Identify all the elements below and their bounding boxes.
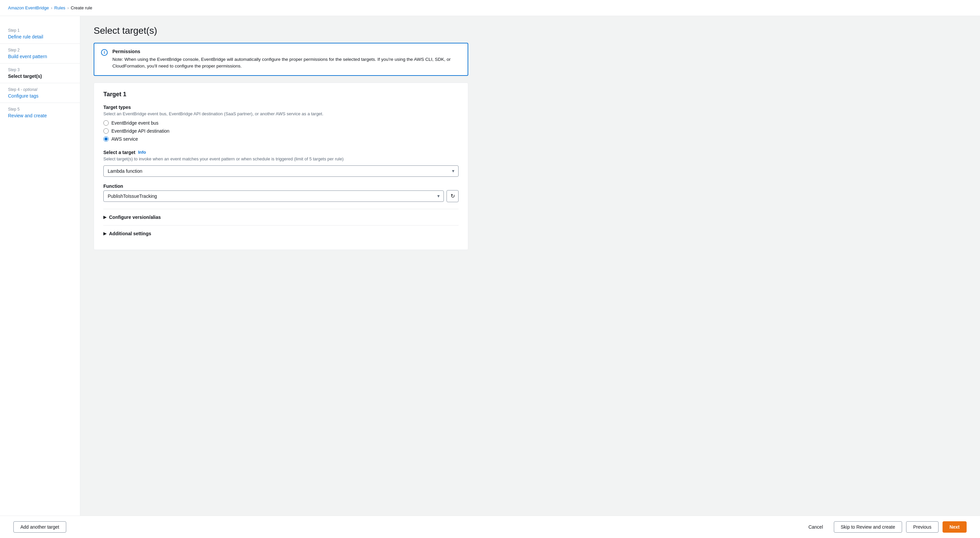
function-row: PublishToIssueTracking MyFunction ▼ ↻ <box>103 190 458 202</box>
next-button[interactable]: Next <box>943 521 967 533</box>
sidebar-step-2: Step 2 Build event pattern <box>0 44 80 63</box>
target-1-title: Target 1 <box>103 91 458 98</box>
breadcrumb-sep-1: › <box>51 6 52 10</box>
radio-eventbridge-bus[interactable]: EventBridge event bus <box>103 120 458 125</box>
select-target-info-link[interactable]: Info <box>138 150 146 155</box>
page-title: Select target(s) <box>94 25 468 36</box>
main-content: Select target(s) i Permissions Note: Whe… <box>80 16 482 538</box>
sidebar-item-review[interactable]: Review and create <box>8 113 47 118</box>
footer-left: Add another target <box>13 521 66 533</box>
target-types-radio-group: EventBridge event bus EventBridge API de… <box>103 120 458 142</box>
step-3-label: Step 3 <box>8 68 72 72</box>
cancel-button[interactable]: Cancel <box>802 522 830 532</box>
sidebar-step-1: Step 1 Define rule detail <box>0 24 80 44</box>
sidebar-item-build-event[interactable]: Build event pattern <box>8 54 47 59</box>
radio-eventbridge-api[interactable]: EventBridge API destination <box>103 128 458 134</box>
add-target-button[interactable]: Add another target <box>13 521 66 533</box>
sidebar-item-define-rule[interactable]: Define rule detail <box>8 34 43 40</box>
sidebar-step-5: Step 5 Review and create <box>0 103 80 122</box>
step-2-label: Step 2 <box>8 48 72 52</box>
sidebar-step-3: Step 3 Select target(s) <box>0 63 80 83</box>
configure-version-section: ▶ Configure version/alias <box>103 209 458 225</box>
target-select-dropdown-wrapper: Lambda function SQS queue SNS topic Step… <box>103 165 458 177</box>
target-types-label: Target types <box>103 105 458 110</box>
function-dropdown-wrapper: PublishToIssueTracking MyFunction ▼ <box>103 190 444 202</box>
target-select-dropdown[interactable]: Lambda function SQS queue SNS topic Step… <box>103 165 458 177</box>
select-target-label: Select a target <box>103 150 135 155</box>
target-1-card: Target 1 Target types Select an EventBri… <box>94 83 468 250</box>
radio-aws-service[interactable]: AWS service <box>103 136 458 142</box>
radio-eventbridge-bus-label: EventBridge event bus <box>111 120 159 125</box>
skip-to-review-button[interactable]: Skip to Review and create <box>834 521 902 533</box>
additional-settings-label: Additional settings <box>109 231 151 236</box>
info-box-content: Permissions Note: When using the EventBr… <box>112 49 461 70</box>
sidebar-item-select-targets: Select target(s) <box>8 73 42 79</box>
sidebar: Step 1 Define rule detail Step 2 Build e… <box>0 16 80 538</box>
refresh-function-button[interactable]: ↻ <box>447 190 458 202</box>
footer: Add another target Cancel Skip to Review… <box>0 516 980 538</box>
breadcrumb-eventbridge[interactable]: Amazon EventBridge <box>8 5 49 10</box>
additional-settings-header[interactable]: ▶ Additional settings <box>103 231 458 236</box>
step-1-label: Step 1 <box>8 28 72 33</box>
previous-button[interactable]: Previous <box>906 521 938 533</box>
radio-aws-service-label: AWS service <box>111 136 138 142</box>
info-icon: i <box>101 49 108 56</box>
step-4-label: Step 4 - optional <box>8 87 72 92</box>
step-5-label: Step 5 <box>8 107 72 112</box>
info-box-description: Note: When using the EventBridge console… <box>112 56 461 70</box>
breadcrumb: Amazon EventBridge › Rules › Create rule <box>0 0 980 16</box>
info-box-title: Permissions <box>112 49 461 54</box>
additional-settings-section: ▶ Additional settings <box>103 225 458 241</box>
breadcrumb-sep-2: › <box>67 6 68 10</box>
breadcrumb-current: Create rule <box>71 5 92 10</box>
radio-eventbridge-bus-input[interactable] <box>103 120 109 125</box>
select-target-header: Select a target Info <box>103 150 458 155</box>
function-label: Function <box>103 184 458 189</box>
additional-settings-arrow: ▶ <box>103 231 107 236</box>
radio-eventbridge-api-label: EventBridge API destination <box>111 128 170 134</box>
radio-eventbridge-api-input[interactable] <box>103 128 109 134</box>
footer-right: Cancel Skip to Review and create Previou… <box>802 521 967 533</box>
breadcrumb-rules[interactable]: Rules <box>54 5 65 10</box>
sidebar-step-4: Step 4 - optional Configure tags <box>0 83 80 103</box>
configure-version-header[interactable]: ▶ Configure version/alias <box>103 214 458 220</box>
configure-version-label: Configure version/alias <box>109 214 161 220</box>
function-dropdown[interactable]: PublishToIssueTracking MyFunction <box>103 190 444 202</box>
sidebar-item-configure-tags[interactable]: Configure tags <box>8 93 38 98</box>
permissions-info-box: i Permissions Note: When using the Event… <box>94 43 468 76</box>
select-target-description: Select target(s) to invoke when an event… <box>103 156 458 161</box>
radio-aws-service-input[interactable] <box>103 136 109 142</box>
configure-version-arrow: ▶ <box>103 215 107 219</box>
target-types-description: Select an EventBridge event bus, EventBr… <box>103 111 458 116</box>
